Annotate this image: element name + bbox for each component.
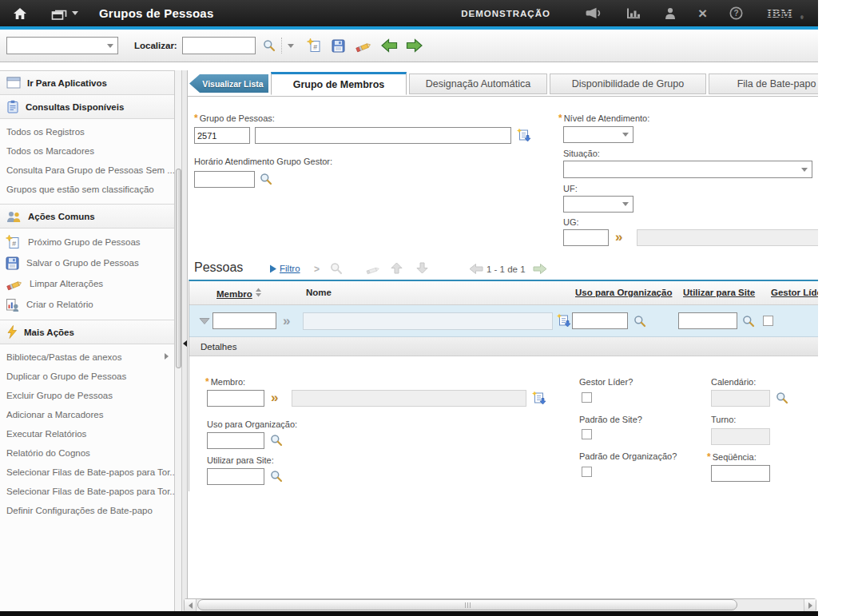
sidebar-splitter[interactable] xyxy=(182,70,188,611)
navigation-combo[interactable] xyxy=(6,37,118,54)
schedule-lookup-icon[interactable] xyxy=(260,173,272,185)
next-page-icon[interactable] xyxy=(533,263,547,275)
member-label-text: Membro: xyxy=(211,377,245,387)
member-detail-menu-icon[interactable]: » xyxy=(271,392,277,403)
gestor-lider-checkbox[interactable] xyxy=(582,392,592,403)
sidebar-item-save-group[interactable]: Salvar o Grupo de Pessoas xyxy=(0,252,174,273)
reports-icon[interactable] xyxy=(626,7,641,19)
horizontal-scrollbar[interactable] xyxy=(184,598,816,612)
table-row[interactable]: » xyxy=(189,305,818,337)
long-description-icon[interactable] xyxy=(516,128,531,142)
column-header-uso-organizacao[interactable]: Uso para Organização xyxy=(575,288,672,297)
search-icon[interactable] xyxy=(263,39,276,52)
ug-input[interactable] xyxy=(563,229,609,246)
tab-fila-de-bate-papo[interactable]: Fila de Bate-papo xyxy=(709,74,818,94)
sidebar-item-query-group-without[interactable]: Consulta Para Grupo de Pessoas Sem ... xyxy=(0,161,174,180)
sidebar-item-run-reports[interactable]: Executar Relatórios xyxy=(0,424,174,443)
sidebar-header-common-actions[interactable]: Ações Comuns xyxy=(0,205,174,229)
filter-toggle-icon[interactable] xyxy=(269,264,277,273)
scroll-left-button[interactable] xyxy=(185,599,197,611)
sidebar-item-select-chat-queues-1[interactable]: Selecionar Filas de Bate-papos para Tor.… xyxy=(0,463,174,482)
sidebar-item-chat-settings[interactable]: Definir Configurações de Bate-papo xyxy=(0,501,174,520)
ug-detail-menu-icon[interactable]: » xyxy=(615,232,622,243)
sidebar-item-add-bookmarks[interactable]: Adicionar a Marcadores xyxy=(0,405,174,424)
sidebar-item-all-records[interactable]: Todos os Registros xyxy=(0,122,174,141)
collapse-sidebar-icon[interactable] xyxy=(183,340,187,347)
row-site-lookup-icon[interactable] xyxy=(742,315,755,328)
new-record-icon[interactable]: # xyxy=(307,38,322,53)
sidebar-item-select-chat-queues-2[interactable]: Selecionar Filas de Bate-papos para Tor.… xyxy=(0,482,174,501)
sidebar-header-available-queries[interactable]: Consultas Disponíveis xyxy=(0,95,174,119)
utilizar-site-label: Utilizar para Site: xyxy=(207,455,274,465)
find-label: Localizar: xyxy=(134,41,177,50)
calendario-lookup-icon[interactable] xyxy=(776,391,788,404)
group-description-input[interactable] xyxy=(255,127,511,144)
profile-icon[interactable] xyxy=(665,7,676,19)
utilizar-site-input[interactable] xyxy=(207,468,264,485)
sidebar-item-go-to-applications[interactable]: Ir Para Aplicativos xyxy=(0,71,174,95)
app-switcher-caret-icon[interactable] xyxy=(72,11,78,15)
sidebar-item-all-bookmarks[interactable]: Todos os Marcadores xyxy=(0,141,174,161)
sidebar-item-clear-changes[interactable]: Limpar Alterações xyxy=(0,273,174,294)
utilizar-site-lookup-icon[interactable] xyxy=(270,470,283,483)
tab-disponibilidade-de-grupo[interactable]: Disponibilidade de Grupo xyxy=(550,74,706,94)
group-id-input[interactable] xyxy=(194,127,250,144)
app-switcher-icon[interactable] xyxy=(51,7,68,20)
clear-changes-icon[interactable] xyxy=(355,39,371,53)
row-gestor-lider-checkbox[interactable] xyxy=(763,316,773,326)
previous-record-icon[interactable] xyxy=(381,38,398,53)
row-uso-organizacao-lookup-icon[interactable] xyxy=(633,315,646,328)
padrao-site-checkbox[interactable] xyxy=(582,429,592,439)
bulletins-icon[interactable] xyxy=(586,7,602,19)
row-uso-organizacao-input[interactable] xyxy=(572,312,628,329)
view-list-button[interactable]: Visualizar Lista xyxy=(189,74,268,93)
save-icon[interactable] xyxy=(332,39,345,53)
row-membro-input[interactable] xyxy=(212,312,276,329)
column-label: Gestor Líder? xyxy=(771,288,818,297)
schedule-input[interactable] xyxy=(194,171,255,188)
home-icon[interactable] xyxy=(13,7,27,20)
sidebar-item-attachment-library[interactable]: Biblioteca/Pastas de anexos xyxy=(0,348,174,367)
member-long-description-icon[interactable] xyxy=(531,391,546,405)
sidebar-item-duplicate-group[interactable]: Duplicar o Grupo de Pessoas xyxy=(0,367,174,386)
uso-organizacao-input[interactable] xyxy=(207,432,264,449)
service-level-select[interactable] xyxy=(563,126,633,143)
sidebar-item-create-report[interactable]: Criar o Relatório xyxy=(0,294,174,315)
horizontal-scrollbar-thumb[interactable] xyxy=(197,599,737,610)
filter-link[interactable]: Filtro xyxy=(280,264,300,273)
tab-grupo-de-membros[interactable]: Grupo de Membros xyxy=(271,72,407,95)
status-select[interactable] xyxy=(563,161,812,178)
scroll-right-button[interactable] xyxy=(804,599,816,611)
column-header-membro[interactable]: Membro xyxy=(216,288,262,299)
row-detail-menu-icon[interactable]: » xyxy=(283,316,289,327)
search-options-caret-icon[interactable] xyxy=(288,44,294,48)
padrao-organizacao-checkbox[interactable] xyxy=(582,467,592,477)
sidebar-item-label: Limpar Alterações xyxy=(30,279,103,288)
sidebar-item-groups-without-classification[interactable]: Grupos que estão sem classificação xyxy=(0,180,174,199)
column-header-gestor-lider[interactable]: Gestor Líder? xyxy=(771,288,818,297)
sidebar-item-next-group[interactable]: # Próximo Grupo de Pessoas xyxy=(0,232,174,252)
find-input[interactable] xyxy=(182,37,256,54)
sidebar-scrollbar[interactable] xyxy=(174,70,182,611)
people-table: Membro Nome Uso para Organização Utiliza… xyxy=(189,280,818,491)
row-long-description-icon[interactable] xyxy=(556,313,571,328)
uso-organizacao-lookup-icon[interactable] xyxy=(270,434,283,447)
row-detail-toggle-icon[interactable] xyxy=(199,317,210,325)
sidebar-scrollbar-thumb[interactable] xyxy=(176,169,181,368)
next-record-icon[interactable] xyxy=(406,38,423,53)
sidebar-item-delete-group[interactable]: Excluir Grupo de Pessoas xyxy=(0,386,174,405)
column-label: Utilizar para Site xyxy=(683,288,755,297)
help-icon[interactable]: ? xyxy=(729,6,743,20)
row-site-input[interactable] xyxy=(678,312,737,329)
column-header-utilizar-site[interactable]: Utilizar para Site xyxy=(683,288,755,297)
service-level-label-text: Nível de Atendimento: xyxy=(564,113,650,123)
sort-icon[interactable] xyxy=(255,288,262,297)
sequencia-input[interactable] xyxy=(711,465,770,482)
application-window: Grupos de Pessoas DEMONSTRAÇÃO × ? IBM® … xyxy=(0,0,842,616)
member-input[interactable] xyxy=(207,390,264,407)
sidebar-item-cognos-report[interactable]: Relatório do Cognos xyxy=(0,443,174,463)
uf-select[interactable] xyxy=(563,196,633,213)
tab-designacao-automatica[interactable]: Designação Automática xyxy=(409,74,547,94)
sidebar-header-more-actions[interactable]: Mais Ações xyxy=(0,320,174,344)
sign-out-icon[interactable]: × xyxy=(698,6,707,21)
